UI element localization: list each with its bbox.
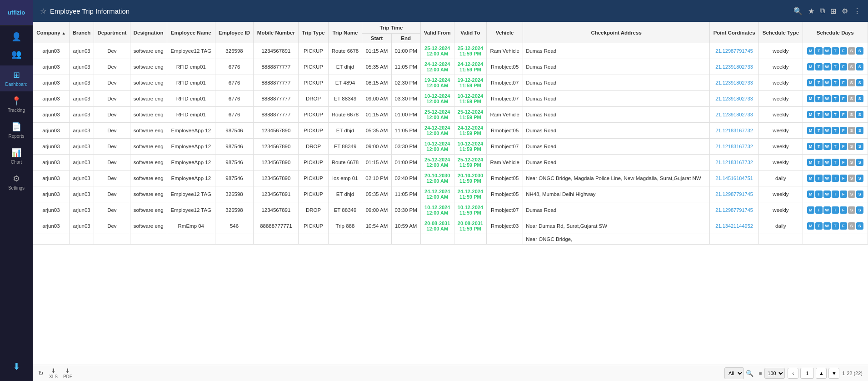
search-icon[interactable]: 🔍 xyxy=(793,7,803,15)
col-mobile[interactable]: Mobile Number xyxy=(254,22,299,43)
prev-page-button[interactable]: ‹ xyxy=(788,368,798,379)
bookmark-icon[interactable]: ★ xyxy=(808,7,814,15)
cell-mobile: 8888877777 xyxy=(254,59,299,75)
cell-branch: arjun03 xyxy=(69,186,94,202)
page-up-button[interactable]: ▲ xyxy=(816,368,827,379)
sidebar-item-chart[interactable]: 📊 Chart xyxy=(0,143,33,169)
cell-coords[interactable]: 21.12987791745 xyxy=(710,43,759,59)
cell-vehicle: Rmobject03 xyxy=(487,218,523,234)
day-badge: M xyxy=(807,63,814,70)
sidebar-item-dashboard[interactable]: ⊞ Dashboard xyxy=(0,65,33,91)
cell-validto: 25-12-202411:59 PM xyxy=(454,107,486,123)
sidebar-group-icon[interactable]: 👥 xyxy=(0,46,33,62)
sidebar-download[interactable]: ⬇ xyxy=(0,356,33,376)
day-badge: T xyxy=(815,95,823,102)
cell-coords[interactable]: 21.12183167732 xyxy=(710,155,759,170)
cell-schedtype: daily xyxy=(759,218,803,234)
cell-start: 01:15 AM xyxy=(362,107,391,123)
page-down-button[interactable]: ▼ xyxy=(828,368,839,379)
cell-start: 09:00 AM xyxy=(362,91,391,107)
day-badge: S xyxy=(856,190,863,198)
col-trip-name[interactable]: Trip Name xyxy=(328,22,362,43)
cell-branch: arjun03 xyxy=(69,218,94,234)
cell-coords[interactable]: 21.12391802733 xyxy=(710,107,759,123)
dashboard-icon: ⊞ xyxy=(13,70,20,80)
cell-validto: 10-12-202411:59 PM xyxy=(454,139,486,155)
cell-empname: EmployeeApp 12 xyxy=(167,139,215,155)
cell-vehicle: Rmobject07 xyxy=(487,91,523,107)
cell-triptype: PICKUP xyxy=(299,155,328,170)
col-vehicle[interactable]: Vehicle xyxy=(487,22,523,43)
star-icon[interactable]: ☆ xyxy=(40,7,46,15)
col-checkpoint[interactable]: Checkpoint Address xyxy=(523,22,710,43)
cell-end: 01:00 PM xyxy=(391,155,420,170)
cell-coords[interactable] xyxy=(710,234,759,245)
cell-coords[interactable]: 21.12391802733 xyxy=(710,59,759,75)
cell-mobile: 8888877777 xyxy=(254,107,299,123)
sidebar-item-label: Tracking xyxy=(8,108,25,113)
day-badge: F xyxy=(840,222,847,230)
footer-search-icon[interactable]: 🔍 xyxy=(746,370,753,377)
day-badge: W xyxy=(823,63,831,70)
cell-coords[interactable]: 21.14516184751 xyxy=(710,170,759,186)
day-badge: F xyxy=(840,79,847,86)
cell-coords[interactable]: 21.13421144952 xyxy=(710,218,759,234)
cell-vehicle: Ram Vehicle xyxy=(487,107,523,123)
day-badge: F xyxy=(840,63,847,70)
cell-coords[interactable]: 21.12183167732 xyxy=(710,123,759,139)
day-badge: F xyxy=(840,206,847,214)
cell-mobile: 1234567891 xyxy=(254,43,299,59)
sidebar-user-icon[interactable]: 👤 xyxy=(0,29,33,45)
cell-desig: software eng xyxy=(130,139,167,155)
filter-icon[interactable]: ⧉ xyxy=(820,7,825,15)
cell-tripname: ET 88349 xyxy=(328,91,362,107)
cell-coords[interactable]: 21.12391802733 xyxy=(710,91,759,107)
sidebar-item-reports[interactable]: 📄 Reports xyxy=(0,117,33,143)
cell-coords[interactable]: 21.12391802733 xyxy=(710,75,759,91)
day-badge: M xyxy=(807,143,814,150)
filter-select[interactable]: All xyxy=(724,367,744,379)
sidebar-nav: ⊞ Dashboard 📍 Tracking 📄 Reports 📊 Chart… xyxy=(0,65,33,356)
sidebar-item-settings[interactable]: ⚙ Settings xyxy=(0,169,33,195)
cell-scheddays: MTWTFSS xyxy=(803,107,868,123)
col-department[interactable]: Department xyxy=(94,22,130,43)
col-end[interactable]: End xyxy=(391,34,420,43)
cell-start: 08:15 AM xyxy=(362,75,391,91)
cell-triptype: PICKUP xyxy=(299,59,328,75)
rows-per-page-select[interactable]: 100 50 25 xyxy=(764,368,785,379)
cell-triptype: PICKUP xyxy=(299,43,328,59)
gear-icon[interactable]: ⚙ xyxy=(842,7,848,15)
col-branch[interactable]: Branch xyxy=(69,22,94,43)
col-company[interactable]: Company ▲ xyxy=(33,22,70,43)
pdf-button[interactable]: ⬇ PDF xyxy=(63,367,72,379)
cell-desig: software eng xyxy=(130,75,167,91)
table-row: arjun03 arjun03 Dev software eng RFID em… xyxy=(33,59,868,75)
cell-checkpoint: Near Dumas Rd, Surat,Gujarat SW xyxy=(523,218,710,234)
col-sched-days[interactable]: Schedule Days xyxy=(803,22,868,43)
xls-button[interactable]: ⬇ XLS xyxy=(49,367,58,379)
day-badge: M xyxy=(807,175,814,182)
grid-icon[interactable]: ⊞ xyxy=(830,7,836,15)
refresh-button[interactable]: ↻ xyxy=(38,370,44,377)
cell-dept: Dev xyxy=(94,123,130,139)
col-coords[interactable]: Point Cordinates xyxy=(710,22,759,43)
cell-coords[interactable]: 21.12987791745 xyxy=(710,186,759,202)
dots-icon[interactable]: ⋮ xyxy=(853,7,861,15)
col-trip-type[interactable]: Trip Type xyxy=(299,22,328,43)
col-employee-name[interactable]: Employee Name xyxy=(167,22,215,43)
col-designation[interactable]: Designation xyxy=(130,22,167,43)
sidebar-item-tracking[interactable]: 📍 Tracking xyxy=(0,91,33,117)
col-valid-to[interactable]: Valid To xyxy=(454,22,486,43)
col-valid-from[interactable]: Valid From xyxy=(420,22,454,43)
cell-mobile: 1234567890 xyxy=(254,139,299,155)
cell-branch: arjun03 xyxy=(69,91,94,107)
cell-triptype: PICKUP xyxy=(299,75,328,91)
page-number-input[interactable] xyxy=(800,368,814,379)
col-employee-id[interactable]: Employee ID xyxy=(215,22,254,43)
cell-desig: software eng xyxy=(130,43,167,59)
col-sched-type[interactable]: Schedule Type xyxy=(759,22,803,43)
cell-coords[interactable]: 21.12183167732 xyxy=(710,139,759,155)
col-start[interactable]: Start xyxy=(362,34,391,43)
cell-coords[interactable]: 21.12987791745 xyxy=(710,202,759,218)
cell-vehicle: Ram Vehicle xyxy=(487,155,523,170)
